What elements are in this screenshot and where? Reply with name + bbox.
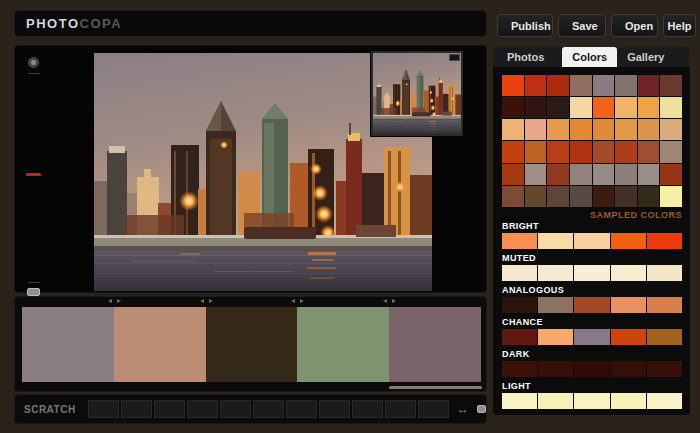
sampled-color-swatch[interactable]	[638, 141, 660, 162]
scratch-slot[interactable]	[187, 400, 218, 418]
muted-color-swatch[interactable]	[502, 265, 537, 281]
bright-color-swatch[interactable]	[538, 233, 573, 249]
scratch-slot[interactable]	[385, 400, 416, 418]
sampled-color-swatch[interactable]	[502, 141, 524, 162]
sampled-color-swatch[interactable]	[547, 119, 569, 140]
sampled-color-swatch[interactable]	[502, 97, 524, 118]
palette-color-swatch[interactable]	[22, 307, 114, 382]
sampled-color-swatch[interactable]	[593, 164, 615, 185]
zoom-slider-handle[interactable]	[26, 173, 41, 176]
scratch-slot[interactable]	[286, 400, 317, 418]
sampled-color-swatch[interactable]	[547, 141, 569, 162]
sampled-color-swatch[interactable]	[547, 97, 569, 118]
sampled-color-swatch[interactable]	[660, 75, 682, 96]
sampled-color-swatch[interactable]	[638, 97, 660, 118]
tab-gallery[interactable]: Gallery	[617, 47, 674, 67]
sampled-color-swatch[interactable]	[593, 141, 615, 162]
dark-color-swatch[interactable]	[647, 361, 682, 377]
muted-color-swatch[interactable]	[574, 265, 609, 281]
sampled-color-swatch[interactable]	[615, 186, 637, 207]
sampled-color-swatch[interactable]	[638, 164, 660, 185]
sampled-color-swatch[interactable]	[570, 75, 592, 96]
publish-button[interactable]: Publish	[497, 14, 553, 37]
pan-icon[interactable]	[27, 288, 40, 296]
chance-color-swatch[interactable]	[611, 329, 646, 345]
light-color-swatch[interactable]	[611, 393, 646, 409]
sampled-color-swatch[interactable]	[615, 141, 637, 162]
bright-color-swatch[interactable]	[574, 233, 609, 249]
sampled-color-swatch[interactable]	[502, 186, 524, 207]
sampled-color-swatch[interactable]	[615, 164, 637, 185]
sampled-color-swatch[interactable]	[660, 186, 682, 207]
sampled-color-swatch[interactable]	[525, 97, 547, 118]
sampled-color-swatch[interactable]	[593, 97, 615, 118]
palette-divider-handle[interactable]	[383, 299, 396, 304]
palette-divider-handle[interactable]	[108, 299, 121, 304]
analogous-color-swatch[interactable]	[502, 297, 537, 313]
help-button[interactable]: Help	[663, 14, 696, 37]
dark-color-swatch[interactable]	[502, 361, 537, 377]
sampled-color-swatch[interactable]	[660, 164, 682, 185]
sampled-color-swatch[interactable]	[638, 75, 660, 96]
scratch-slot[interactable]	[154, 400, 185, 418]
bright-color-swatch[interactable]	[647, 233, 682, 249]
sampled-color-swatch[interactable]	[525, 141, 547, 162]
sampled-color-swatch[interactable]	[570, 97, 592, 118]
sampled-color-swatch[interactable]	[638, 119, 660, 140]
dark-color-swatch[interactable]	[611, 361, 646, 377]
sampled-color-swatch[interactable]	[502, 75, 524, 96]
sampled-color-swatch[interactable]	[525, 75, 547, 96]
scratch-slot[interactable]	[253, 400, 284, 418]
sampled-color-swatch[interactable]	[593, 119, 615, 140]
sampled-color-swatch[interactable]	[525, 164, 547, 185]
palette-color-swatch[interactable]	[389, 307, 481, 382]
sampled-color-swatch[interactable]	[570, 119, 592, 140]
swap-arrows-icon[interactable]: ↔	[457, 403, 469, 415]
sampled-color-swatch[interactable]	[660, 119, 682, 140]
chance-color-swatch[interactable]	[574, 329, 609, 345]
light-color-swatch[interactable]	[538, 393, 573, 409]
scratch-slot[interactable]	[319, 400, 350, 418]
palette-color-swatch[interactable]	[114, 307, 206, 382]
sampled-color-swatch[interactable]	[525, 119, 547, 140]
dark-color-swatch[interactable]	[538, 361, 573, 377]
palette-divider-handle[interactable]	[200, 299, 213, 304]
photo-thumbnail[interactable]	[371, 51, 463, 136]
save-button[interactable]: Save	[558, 14, 606, 37]
light-color-swatch[interactable]	[647, 393, 682, 409]
bright-color-swatch[interactable]	[611, 233, 646, 249]
palette-scrollbar[interactable]	[389, 386, 482, 389]
sampled-color-swatch[interactable]	[660, 141, 682, 162]
sampled-color-swatch[interactable]	[638, 186, 660, 207]
thumbnail-resize-icon[interactable]	[449, 54, 460, 61]
palette-color-swatch[interactable]	[297, 307, 389, 382]
sampled-color-swatch[interactable]	[593, 75, 615, 96]
sampled-color-swatch[interactable]	[547, 75, 569, 96]
sampled-color-swatch[interactable]	[570, 186, 592, 207]
scratch-export-icon[interactable]	[477, 405, 486, 413]
palette-color-swatch[interactable]	[206, 307, 298, 382]
scratch-slot[interactable]	[220, 400, 251, 418]
muted-color-swatch[interactable]	[611, 265, 646, 281]
muted-color-swatch[interactable]	[647, 265, 682, 281]
scratch-slot[interactable]	[418, 400, 449, 418]
sampled-color-swatch[interactable]	[525, 186, 547, 207]
bright-color-swatch[interactable]	[502, 233, 537, 249]
palette-divider-handle[interactable]	[291, 299, 304, 304]
tab-photos[interactable]: Photos	[497, 47, 554, 67]
sampled-color-swatch[interactable]	[570, 141, 592, 162]
analogous-color-swatch[interactable]	[574, 297, 609, 313]
sampled-color-swatch[interactable]	[502, 119, 524, 140]
analogous-color-swatch[interactable]	[647, 297, 682, 313]
analogous-color-swatch[interactable]	[611, 297, 646, 313]
light-color-swatch[interactable]	[574, 393, 609, 409]
dark-color-swatch[interactable]	[574, 361, 609, 377]
scratch-slot[interactable]	[121, 400, 152, 418]
sampled-color-swatch[interactable]	[615, 97, 637, 118]
gear-icon[interactable]	[28, 57, 39, 68]
chance-color-swatch[interactable]	[538, 329, 573, 345]
sampled-color-swatch[interactable]	[547, 186, 569, 207]
sampled-color-swatch[interactable]	[502, 164, 524, 185]
analogous-color-swatch[interactable]	[538, 297, 573, 313]
tab-colors[interactable]: Colors	[562, 47, 617, 67]
